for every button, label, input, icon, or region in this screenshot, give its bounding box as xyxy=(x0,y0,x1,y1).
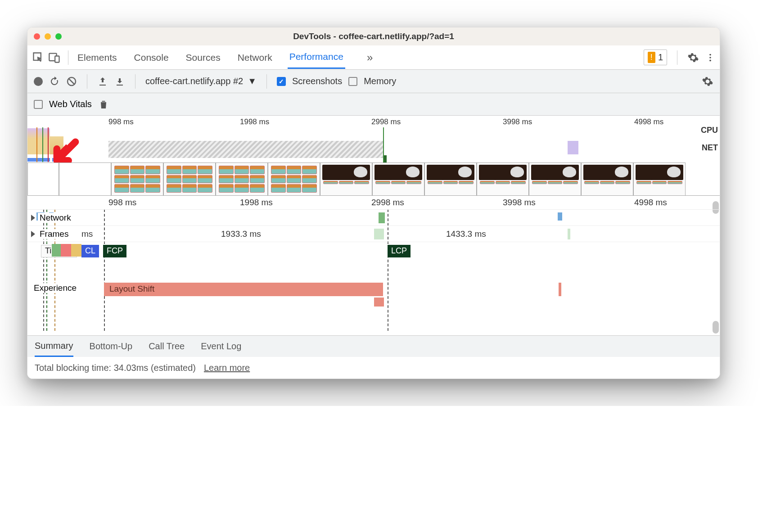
svg-line-6 xyxy=(69,79,74,84)
svg-point-3 xyxy=(709,57,711,59)
cpu-label: CPU xyxy=(701,126,718,135)
network-block[interactable] xyxy=(558,212,562,221)
scrollbar-thumb[interactable] xyxy=(713,321,719,334)
expand-icon[interactable] xyxy=(31,231,35,237)
tab-network[interactable]: Network xyxy=(236,47,274,68)
cpu-overview xyxy=(27,127,695,154)
net-label: NET xyxy=(701,143,718,153)
cls-marker[interactable]: CL xyxy=(81,245,99,257)
network-track[interactable]: Network xyxy=(27,209,720,225)
screenshot-thumb[interactable] xyxy=(268,162,320,196)
tab-sources[interactable]: Sources xyxy=(184,47,222,68)
screenshot-thumb[interactable] xyxy=(216,162,268,196)
right-controls: ! 1 xyxy=(644,50,715,65)
frames-track[interactable]: Frames ms 1933.3 ms 1433.3 ms xyxy=(27,225,720,242)
net-block xyxy=(27,158,50,162)
inspect-icon[interactable] xyxy=(32,51,45,64)
marker-line xyxy=(48,127,49,162)
tab-console[interactable]: Console xyxy=(132,47,171,68)
download-icon[interactable] xyxy=(114,76,125,87)
timing-block[interactable] xyxy=(52,244,81,257)
tabs-overflow[interactable]: » xyxy=(367,51,373,64)
window-controls xyxy=(34,33,62,40)
more-menu-icon[interactable] xyxy=(705,53,715,63)
overview-ruler: 998 ms 1998 ms 2998 ms 3998 ms 4998 ms xyxy=(27,116,720,127)
tab-performance[interactable]: Performance xyxy=(288,46,345,69)
screenshot-thumb[interactable] xyxy=(163,162,216,196)
web-vitals-checkbox[interactable] xyxy=(34,100,43,109)
overview-panel[interactable]: 998 ms 1998 ms 2998 ms 3998 ms 4998 ms C… xyxy=(27,116,720,196)
screenshot-thumb[interactable] xyxy=(477,162,529,196)
overview-side-labels: CPU NET xyxy=(701,126,718,161)
minimize-window[interactable] xyxy=(45,33,51,40)
memory-checkbox[interactable] xyxy=(348,77,357,86)
trash-icon[interactable] xyxy=(98,99,109,110)
tab-bottom-up[interactable]: Bottom-Up xyxy=(90,337,133,356)
settings-icon[interactable] xyxy=(687,52,699,63)
main-tabs: Elements Console Sources Network Perform… xyxy=(27,45,720,70)
tab-call-tree[interactable]: Call Tree xyxy=(149,337,185,356)
tab-elements[interactable]: Elements xyxy=(76,47,119,68)
window-title: DevTools - coffee-cart.netlify.app/?ad=1 xyxy=(293,32,454,41)
issues-icon: ! xyxy=(648,52,655,63)
capture-settings-icon[interactable] xyxy=(702,76,713,87)
screenshot-thumb[interactable] xyxy=(320,162,372,196)
ruler-tick: 2998 ms xyxy=(371,198,404,207)
reload-icon[interactable] xyxy=(49,76,60,87)
screenshot-thumb[interactable] xyxy=(111,162,163,196)
experience-track-label: Experience xyxy=(32,283,78,293)
details-tabs: Summary Bottom-Up Call Tree Event Log xyxy=(27,335,720,357)
experience-track[interactable]: Experience Layout Shift xyxy=(27,281,720,298)
screenshots-checkbox[interactable]: ✓ xyxy=(277,77,286,86)
screenshot-thumb[interactable] xyxy=(424,162,477,196)
ruler-tick: 4998 ms xyxy=(634,198,667,207)
screenshot-thumb[interactable] xyxy=(59,162,111,196)
devtools-window: DevTools - coffee-cart.netlify.app/?ad=1… xyxy=(27,27,720,379)
detail-ruler: 998 ms 1998 ms 2998 ms 3998 ms 4998 ms xyxy=(27,196,720,209)
frame-duration: ms xyxy=(81,229,93,239)
tab-summary[interactable]: Summary xyxy=(35,336,73,357)
experience-track-2[interactable] xyxy=(27,298,720,314)
tab-event-log[interactable]: Event Log xyxy=(201,337,241,356)
layout-shift-block[interactable] xyxy=(374,298,384,307)
zoom-window[interactable] xyxy=(55,33,62,40)
screenshots-label: Screenshots xyxy=(292,76,342,86)
ruler-tick: 1998 ms xyxy=(240,198,273,207)
clear-icon[interactable] xyxy=(66,76,77,87)
upload-icon[interactable] xyxy=(97,76,108,87)
ruler-tick: 1998 ms xyxy=(240,117,269,126)
marker-line xyxy=(383,127,384,162)
screenshot-thumb[interactable] xyxy=(581,162,633,196)
record-button[interactable] xyxy=(34,77,43,86)
issues-button[interactable]: ! 1 xyxy=(644,50,667,65)
recording-selector[interactable]: coffee-cart.netlify.app #2 ▼ xyxy=(145,76,257,86)
timings-track[interactable]: Timings CL FCP LCP xyxy=(27,242,720,260)
frame-block[interactable] xyxy=(374,229,384,239)
dropdown-caret-icon: ▼ xyxy=(248,76,257,86)
separator xyxy=(87,74,87,89)
memory-label: Memory xyxy=(364,76,396,86)
screenshot-thumb[interactable] xyxy=(529,162,581,196)
fcp-marker[interactable]: FCP xyxy=(103,245,126,257)
svg-point-4 xyxy=(709,59,711,61)
ruler-tick: 998 ms xyxy=(108,198,136,207)
screenshot-thumb[interactable] xyxy=(633,162,686,196)
filmstrip[interactable] xyxy=(27,162,695,196)
panel-tabs: Elements Console Sources Network Perform… xyxy=(76,46,373,69)
layout-shift-block[interactable] xyxy=(559,283,561,296)
expand-icon[interactable] xyxy=(31,215,35,221)
flamechart[interactable]: 998 ms 1998 ms 2998 ms 3998 ms 4998 ms N… xyxy=(27,196,720,335)
screenshot-thumb[interactable] xyxy=(27,162,59,196)
device-toggle-icon[interactable] xyxy=(48,51,61,64)
ruler-tick: 3998 ms xyxy=(503,198,536,207)
separator xyxy=(68,50,68,65)
lcp-marker[interactable]: LCP xyxy=(388,245,411,257)
close-window[interactable] xyxy=(34,33,40,40)
ruler-tick: 2998 ms xyxy=(371,117,401,126)
frame-block[interactable] xyxy=(568,229,570,239)
screenshot-thumb[interactable] xyxy=(372,162,424,196)
learn-more-link[interactable]: Learn more xyxy=(204,363,250,373)
network-block[interactable] xyxy=(379,212,385,223)
marker-line xyxy=(36,127,37,162)
spacer-row xyxy=(27,260,720,281)
